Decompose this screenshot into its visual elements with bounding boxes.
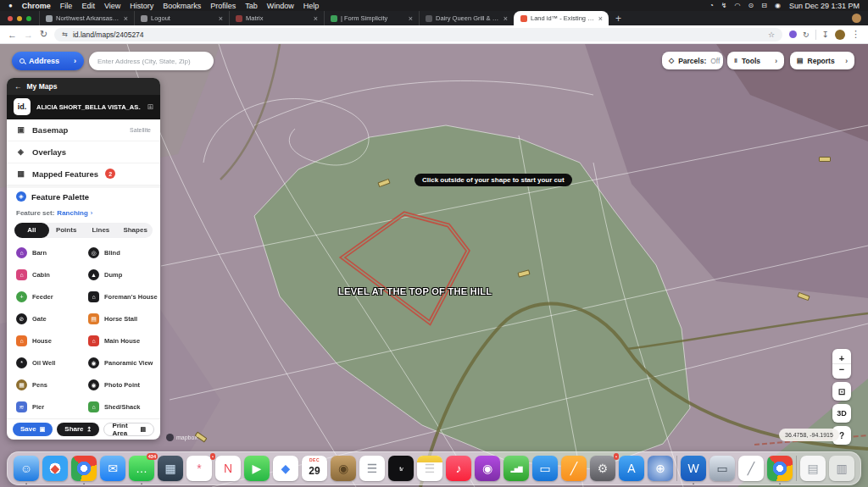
chevron-right-icon[interactable]: › (91, 209, 93, 217)
feature-item[interactable]: ⌂ Cabin (16, 264, 88, 286)
menu-item[interactable]: Bookmarks (163, 2, 201, 10)
menu-item[interactable]: Help (303, 2, 320, 10)
facetime-icon[interactable]: ▶ (244, 456, 270, 481)
news-icon[interactable]: N (215, 456, 241, 481)
feature-item[interactable]: ▲ Dump (88, 264, 160, 286)
address-search-input[interactable] (89, 52, 214, 70)
control-center-icon[interactable]: ⊟ (761, 2, 767, 9)
feature-item[interactable]: ≋ Pier (16, 396, 88, 418)
notes-icon[interactable]: ☰ (417, 456, 442, 481)
feature-item[interactable]: ⌂ House (16, 330, 88, 352)
numbers-icon[interactable]: ▂▅▇ (504, 456, 529, 481)
feature-item[interactable]: * Oil Well (16, 352, 88, 374)
tab-close-icon[interactable]: × (219, 14, 223, 23)
menu-item[interactable]: Profiles (210, 2, 236, 10)
dock-separator[interactable] (676, 456, 677, 481)
menu-item[interactable]: History (130, 2, 153, 10)
feature-item[interactable]: ⌂ Foreman's House (88, 286, 160, 308)
bluetooth-icon[interactable]: ↯ (721, 2, 727, 9)
menu-item[interactable]: Window (267, 2, 294, 10)
browser-tab[interactable]: Matrix × (229, 11, 324, 25)
feature-item[interactable]: ◎ Blind (88, 242, 160, 264)
chrome-window-icon[interactable]: • (767, 456, 793, 481)
menu-item[interactable]: View (104, 2, 120, 10)
tab-close-icon[interactable]: × (409, 14, 413, 23)
mail-icon[interactable]: ✉ (100, 456, 125, 481)
print-area-button[interactable]: Print Area ▤ (103, 423, 154, 436)
feature-item[interactable]: ⌂ Barn (16, 242, 88, 264)
trash-icon[interactable]: ▥ (829, 456, 854, 481)
browser-tab[interactable]: | Form Simplicity × (324, 11, 419, 25)
sidebar-section[interactable]: ◈ Overlays (7, 141, 160, 163)
back-button[interactable]: ← (8, 30, 17, 40)
safari-icon[interactable]: ◆ (42, 456, 68, 481)
music-icon[interactable]: ♪ (446, 456, 471, 481)
window-zoom-icon[interactable] (26, 16, 31, 21)
new-tab-button[interactable]: + (615, 13, 621, 25)
menu-app-name[interactable]: Chrome (22, 2, 51, 10)
maps-icon[interactable]: ◆ (273, 456, 298, 481)
calendar-icon[interactable]: DEC 29 (302, 456, 327, 481)
3d-mode-button[interactable]: 3D (832, 404, 851, 423)
tab-close-icon[interactable]: × (504, 14, 508, 23)
share-button[interactable]: Share ↥ (57, 423, 99, 436)
finder-icon[interactable]: ☺ • (14, 456, 39, 481)
save-button[interactable]: Save ▣ (13, 423, 53, 436)
mapbox-label[interactable]: mapbox (176, 434, 198, 440)
site-info-icon[interactable]: ⇆ (62, 30, 68, 38)
extension-icon[interactable] (789, 30, 797, 38)
browser-tab[interactable]: Northwest Arkansas Board ... × (39, 11, 134, 25)
sidebar-section[interactable]: ▣ Basemap Satellite (7, 119, 160, 141)
siri-icon[interactable]: ◉ (775, 2, 781, 9)
sidebar-section[interactable]: ▦ Mapped Features 2 (7, 163, 160, 185)
locate-button[interactable]: ⊡ (832, 382, 851, 401)
palette-tab[interactable]: Shapes (118, 223, 153, 238)
palette-tab[interactable]: Lines (84, 223, 119, 238)
feature-item[interactable]: + Feeder (16, 286, 88, 308)
parcels-toggle-button[interactable]: ◇ Parcels: Off (662, 52, 723, 69)
document-icon[interactable]: ▤ (800, 456, 826, 481)
feature-item[interactable]: ⊘ Gate (16, 308, 88, 330)
window-close-icon[interactable] (8, 16, 13, 21)
feature-item[interactable]: ⌂ Shed/Shack (88, 396, 160, 418)
app-store-icon[interactable]: A (619, 456, 644, 481)
reload-button[interactable]: ↻ (40, 29, 47, 40)
tab-close-icon[interactable]: × (124, 14, 128, 23)
feature-item[interactable]: ◉ Panoramic View (88, 352, 160, 374)
menu-item[interactable]: Tab (245, 2, 258, 10)
time-machine-icon[interactable]: ◔ (709, 2, 714, 9)
chrome-icon[interactable]: • (71, 456, 97, 481)
export-icon[interactable]: ⊞ (147, 102, 153, 111)
word-icon[interactable]: W • (681, 456, 706, 481)
address-bar[interactable]: ⇆ id.land/maps/2405274 ☆ (54, 28, 782, 42)
wifi-icon[interactable]: ◠ (735, 2, 741, 9)
apple-tv-icon[interactable]: tv (388, 456, 414, 481)
browser-tab[interactable]: Logout × (134, 11, 229, 25)
textedit-icon[interactable]: ╱ (738, 456, 764, 481)
keynote-icon[interactable]: ▭ (532, 456, 558, 481)
contacts-icon[interactable]: ◉ (331, 456, 356, 481)
profile-chip[interactable] (852, 14, 861, 23)
reminders-icon[interactable]: ☰ (359, 456, 385, 481)
tab-close-icon[interactable]: × (598, 14, 603, 23)
browser-tab[interactable]: Land id™ - Existing Map Edit × (514, 11, 609, 25)
minimized-window-icon[interactable]: ▭ (709, 456, 735, 481)
feature-item[interactable]: ▤ Horse Stall (88, 308, 160, 330)
tab-close-icon[interactable]: × (314, 14, 318, 23)
dock-separator[interactable] (796, 456, 797, 481)
panel-header[interactable]: ← My Maps (7, 78, 160, 95)
extension-refresh-icon[interactable]: ↻ (803, 30, 810, 39)
feature-set-link[interactable]: Ranching (57, 209, 87, 217)
photos-icon[interactable]: * • (186, 456, 212, 481)
pages-icon[interactable]: ╱ (561, 456, 587, 481)
zoom-in-button[interactable]: + (832, 353, 851, 363)
downloads-icon[interactable]: ↧ (822, 30, 829, 39)
browser-tab[interactable]: Dairy Queen Grill & Chill to A... × (419, 11, 514, 25)
launchpad-icon[interactable]: ▦ (158, 456, 183, 481)
feature-item[interactable]: ▦ Pens (16, 374, 88, 396)
menu-item[interactable]: Edit (81, 2, 95, 10)
apple-menu-icon[interactable]: ● (8, 2, 13, 9)
back-arrow-icon[interactable]: ← (14, 82, 22, 91)
podcasts-icon[interactable]: ◉ (475, 456, 500, 481)
menubar-clock[interactable]: Sun Dec 29 1:31 PM (789, 2, 860, 10)
